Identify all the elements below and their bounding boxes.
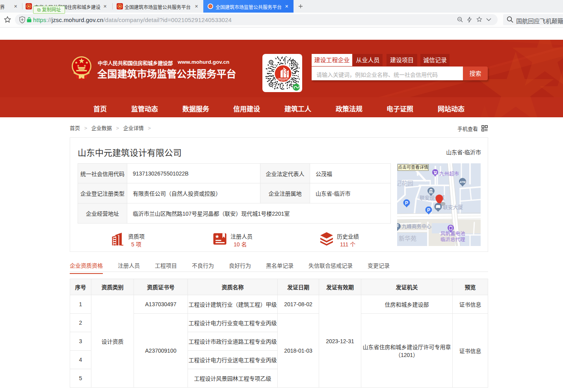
svg-text:P: P: [427, 207, 430, 213]
svg-text:联安大厦: 联安大厦: [443, 204, 463, 210]
svg-text:九州超市: 九州超市: [439, 171, 459, 177]
svg-text:ATM: ATM: [460, 181, 466, 183]
svg-text:风帆蓄电池: 风帆蓄电池: [440, 231, 465, 237]
svg-text:九峰商务中心: 九峰商务中心: [402, 224, 432, 229]
svg-text:记花园: 记花园: [397, 180, 413, 187]
svg-text:P: P: [405, 200, 408, 206]
svg-text:服务平台: 服务平台: [281, 80, 285, 82]
svg-text:临沂总代理: 临沂总代理: [440, 237, 465, 242]
svg-text:新华苑: 新华苑: [399, 235, 416, 242]
